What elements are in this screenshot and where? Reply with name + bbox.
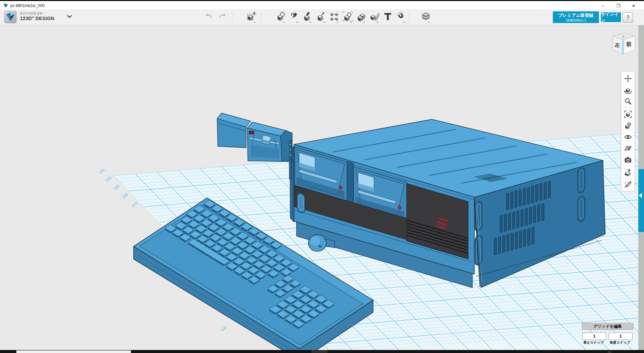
flyout-indicator [254,22,255,23]
magnifier-icon [624,97,632,105]
pan-tool[interactable] [621,73,635,84]
vent-slat [511,233,513,250]
sketch-visibility-tool[interactable] [621,179,635,190]
length-snap-input[interactable] [582,333,606,340]
app-menu-chevron-icon[interactable] [67,15,72,18]
sketch-button[interactable] [289,11,300,23]
fit-view-tool[interactable] [621,109,635,120]
vent-slat [540,183,542,201]
signin-button[interactable]: サインイン [601,12,621,22]
pan-icon [624,75,632,83]
minimize-button[interactable]: – [598,3,608,9]
measure-button[interactable] [369,11,380,23]
taskbar-window-strip[interactable] [16,350,131,353]
flyout-indicator [283,22,285,23]
vent-slat [519,189,521,207]
redo-button[interactable] [217,11,228,23]
window-title: pc-8801mk2sr_000 [10,3,45,8]
modify-button[interactable] [315,11,327,23]
vent-slat [498,236,501,254]
flyout-indicator [323,22,325,23]
viewcube-edge-highlight[interactable] [622,39,624,54]
modify-icon [316,11,326,21]
primitives-icon [276,11,286,21]
taskbar-clock-fragment: ▪ ▪ ▪ [608,352,617,353]
material-layers-button[interactable] [420,11,432,23]
vent-slat [525,208,527,226]
grid-edit-button[interactable]: グリッドを編集 [582,323,633,330]
taskbar-segment[interactable] [312,350,327,353]
viewport-3d[interactable]: 375 350 325 300 275 100 [0,25,644,350]
flyout-indicator [350,22,351,23]
close-button[interactable]: ✕ [629,3,639,9]
snap-object-tool[interactable] [621,167,635,179]
vent-slat [494,238,497,255]
orbit-tool[interactable] [621,84,635,96]
restore-button[interactable]: ❐ [613,3,623,9]
help-button[interactable]: ? [623,12,633,23]
shaded-view-tool[interactable] [621,120,635,131]
vent-slat [508,213,511,230]
primitives-button[interactable] [275,11,287,23]
svg-text:350: 350 [105,175,112,183]
vent-slat [519,231,522,248]
grid-settings-panel: グリッドを編集 長さスナップ 角度スナップ [582,323,633,330]
snap-button[interactable] [395,11,407,23]
snap-magnet-icon [396,11,406,21]
construct-button[interactable] [302,11,313,23]
toolbar-separator [232,12,232,22]
flyout-indicator [297,22,298,23]
snap-object-icon [624,169,632,177]
grid-visibility-icon [624,144,632,152]
vent-slat [523,188,525,205]
flyout-indicator [404,22,405,23]
screenshot-tool[interactable] [621,154,635,165]
pattern-button[interactable] [329,11,340,23]
viewcube[interactable]: 上 左 前 [607,29,641,62]
premium-signup-button[interactable]: プレミアム版登録 (商業利用向け) [553,11,599,23]
vent-slat [517,211,519,228]
viewcube-left-label[interactable]: 左 [614,42,620,48]
toolbar-separator [409,12,409,22]
vent-slat [523,229,526,247]
app-menu-button[interactable] [4,11,17,23]
vent-slat [527,187,530,204]
vent-slat [506,193,509,210]
svg-text:375: 375 [98,168,106,175]
svg-text:325: 325 [113,184,120,191]
vent-slat [515,232,517,249]
view-toolbar-separator [624,108,632,108]
grid-visibility-tool[interactable] [621,143,635,154]
premium-signup-label: プレミアム版登録 [553,12,599,18]
app-logo-icon [4,11,17,23]
redo-icon [218,11,227,20]
undo-icon [204,11,213,20]
length-snap-label: 長さスナップ [582,340,605,345]
camera-icon [624,156,632,164]
text-tool-button[interactable] [382,11,393,23]
side-drawer-arrow-icon[interactable] [639,193,642,198]
transform-move-button[interactable] [246,11,257,23]
orbit-icon [624,86,632,94]
combine-button[interactable] [355,11,367,23]
vent-slat [500,215,502,233]
sketch-visibility-off-icon [624,180,632,188]
angle-snap-input[interactable] [609,333,633,340]
svg-text:300: 300 [121,192,129,199]
pattern-icon [329,11,339,21]
visibility-tool[interactable] [621,131,635,143]
text-tool-icon [383,11,393,21]
svg-text:100: 100 [220,325,227,332]
group-icon [343,11,353,21]
zoom-tool[interactable] [621,96,635,107]
flyout-indicator [337,22,338,23]
flyout-indicator [363,22,365,23]
undo-button[interactable] [203,11,214,23]
group-button[interactable] [342,11,353,23]
main-toolbar: AUTODESK° 123D° DESIGN [0,9,644,25]
viewcube-front-label[interactable]: 前 [626,41,632,47]
side-drawer-thumb[interactable] [638,169,644,232]
toolbar-separator [261,12,262,22]
brand-autodesk: AUTODESK° [20,12,44,15]
combine-icon [356,11,366,21]
